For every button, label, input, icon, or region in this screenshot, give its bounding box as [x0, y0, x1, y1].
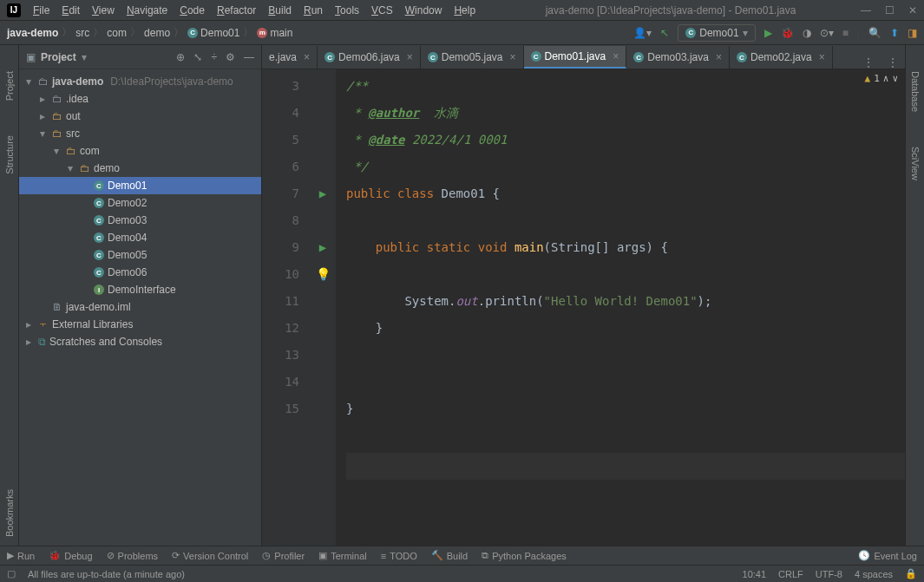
lock-icon[interactable]: 🔒 [905, 568, 917, 579]
rail-structure[interactable]: Structure [4, 135, 15, 174]
close-tab-icon[interactable]: × [613, 50, 619, 62]
profile-button[interactable]: ⊙▾ [820, 27, 834, 39]
intention-bulb-icon[interactable]: 💡 [316, 267, 331, 281]
menu-help[interactable]: Help [449, 3, 481, 18]
tree-root[interactable]: ▾🗀java-demoD:\IdeaProjects\java-demo [19, 73, 261, 90]
close-tab-icon[interactable]: × [407, 51, 413, 63]
tool-run[interactable]: ▶Run [7, 550, 35, 561]
status-encoding[interactable]: UTF-8 [816, 569, 842, 579]
tree-demo01[interactable]: CDemo01 [19, 177, 261, 194]
tree-src[interactable]: ▾🗀src [19, 125, 261, 142]
breadcrumb-demo[interactable]: demo [144, 27, 170, 39]
tree-demointerface[interactable]: IDemoInterface [19, 281, 261, 298]
menu-vcs[interactable]: VCS [366, 3, 398, 18]
close-tab-icon[interactable]: × [304, 51, 310, 63]
tool-problems[interactable]: ⊘Problems [107, 550, 158, 561]
tree-demo04[interactable]: CDemo04 [19, 229, 261, 246]
menu-tools[interactable]: Tools [330, 3, 364, 18]
tree-out[interactable]: ▸🗀out [19, 108, 261, 125]
close-button[interactable]: ✕ [908, 4, 917, 16]
close-tab-icon[interactable]: × [716, 51, 722, 63]
status-eol[interactable]: CRLF [778, 569, 803, 579]
menu-window[interactable]: Window [400, 3, 448, 18]
search-icon[interactable]: 🔍 [868, 27, 881, 39]
status-indent[interactable]: 4 spaces [855, 569, 893, 579]
rail-bookmarks[interactable]: Bookmarks [4, 489, 15, 537]
run-configuration[interactable]: C Demo01 ▾ [678, 24, 755, 42]
tool-terminal[interactable]: ▣Terminal [318, 550, 367, 561]
code-body[interactable]: /** * @author 水滴 * @date 2022/4/1 0001 *… [336, 69, 905, 546]
debug-button[interactable]: 🐞 [781, 27, 794, 39]
tree-demo02[interactable]: CDemo02 [19, 194, 261, 212]
rail-sciview[interactable]: SciView [910, 147, 921, 180]
maximize-button[interactable]: ☐ [885, 4, 895, 16]
breadcrumb-com[interactable]: com [107, 27, 127, 39]
expand-all-icon[interactable]: ⤡ [193, 51, 202, 63]
tree-com[interactable]: ▾🗀com [19, 142, 261, 160]
close-tab-icon[interactable]: × [819, 51, 825, 63]
tree-demo[interactable]: ▾🗀demo [19, 160, 261, 177]
tool-build[interactable]: 🔨Build [431, 550, 468, 561]
run-button[interactable]: ▶ [764, 27, 772, 39]
tab-e-java[interactable]: e.java× [262, 46, 318, 69]
tree-.idea[interactable]: ▸🗀.idea [19, 90, 261, 108]
menu-refactor[interactable]: Refactor [212, 3, 261, 18]
hide-button[interactable]: — [244, 51, 254, 63]
breadcrumb-demo01[interactable]: CDemo01 [187, 27, 239, 39]
user-icon[interactable]: 👤▾ [633, 27, 652, 39]
tab-demo01-java[interactable]: CDemo01.java× [524, 46, 627, 69]
build-hammer-icon[interactable]: ↖ [660, 27, 669, 39]
bottom-tool-bar: ▶Run🐞Debug⊘Problems⟳Version Control◷Prof… [0, 546, 924, 565]
project-tree[interactable]: ▾🗀java-demoD:\IdeaProjects\java-demo▸🗀.i… [19, 69, 261, 546]
stop-button[interactable]: ■ [842, 27, 849, 39]
menu-code[interactable]: Code [174, 3, 210, 18]
tool-debug[interactable]: 🐞Debug [49, 550, 92, 561]
nav-bar: java-demo〉src〉com〉demo〉CDemo01〉mmain 👤▾ … [0, 21, 924, 45]
tool-profiler[interactable]: ◷Profiler [262, 550, 305, 561]
run-gutter-icon[interactable]: ▶ [319, 186, 326, 200]
menu-file[interactable]: File [28, 3, 55, 18]
breadcrumb-src[interactable]: src [75, 27, 89, 39]
tab-more-actions[interactable]: ⋮ [881, 56, 905, 69]
tab-demo02-java[interactable]: CDemo02.java× [730, 46, 833, 69]
breadcrumb-main[interactable]: mmain [257, 27, 292, 39]
tree-demo03[interactable]: CDemo03 [19, 212, 261, 229]
ide-features-icon[interactable]: ◨ [908, 27, 917, 39]
menu-build[interactable]: Build [263, 3, 297, 18]
tool-python-packages[interactable]: ⧉Python Packages [482, 550, 567, 561]
code-editor[interactable]: 3456789101112131415 ▶▶💡 /** * @author 水滴… [262, 69, 905, 546]
settings-icon[interactable]: ⚙ [226, 51, 235, 63]
run-gutter-icon[interactable]: ▶ [319, 240, 326, 254]
breadcrumb-java-demo[interactable]: java-demo [7, 27, 58, 39]
tool-window-toggle-icon[interactable]: ▢ [7, 568, 16, 579]
tab-demo06-java[interactable]: CDemo06.java× [318, 46, 421, 69]
event-log-icon: 🕓 [858, 550, 870, 561]
breadcrumbs: java-demo〉src〉com〉demo〉CDemo01〉mmain [7, 25, 633, 40]
menu-edit[interactable]: Edit [56, 3, 85, 18]
collapse-all-icon[interactable]: ÷ [211, 51, 217, 63]
menu-view[interactable]: View [87, 3, 120, 18]
tab-demo03-java[interactable]: CDemo03.java× [626, 46, 730, 69]
tree-demo06[interactable]: CDemo06 [19, 264, 261, 281]
rail-database[interactable]: Database [910, 71, 921, 112]
tab-list-dropdown[interactable]: ⋮ [856, 56, 881, 69]
minimize-button[interactable]: — [861, 4, 871, 16]
tree-external-libs[interactable]: ▸⫟External Libraries [19, 316, 261, 333]
menu-navigate[interactable]: Navigate [121, 3, 173, 18]
tree-scratches[interactable]: ▸⧉Scratches and Consoles [19, 333, 261, 350]
event-log[interactable]: 🕓 Event Log [858, 550, 917, 561]
tool-todo[interactable]: ≡TODO [381, 551, 417, 561]
tab-demo05-java[interactable]: CDemo05.java× [421, 46, 524, 69]
project-header: ▣ Project ▾ ⊕ ⤡ ÷ ⚙ — [19, 45, 261, 69]
menu-bar: FileEditViewNavigateCodeRefactorBuildRun… [28, 3, 481, 18]
select-opened-file-icon[interactable]: ⊕ [176, 51, 185, 63]
close-tab-icon[interactable]: × [510, 51, 516, 63]
tool-version-control[interactable]: ⟳Version Control [172, 550, 248, 561]
tree-java-demo.iml[interactable]: 🗎java-demo.iml [19, 298, 261, 316]
menu-run[interactable]: Run [298, 3, 328, 18]
update-icon[interactable]: ⬆ [890, 27, 899, 39]
rail-project[interactable]: Project [4, 71, 15, 101]
coverage-button[interactable]: ◑ [803, 27, 811, 39]
tree-demo05[interactable]: CDemo05 [19, 246, 261, 264]
project-header-label[interactable]: Project [41, 51, 76, 63]
